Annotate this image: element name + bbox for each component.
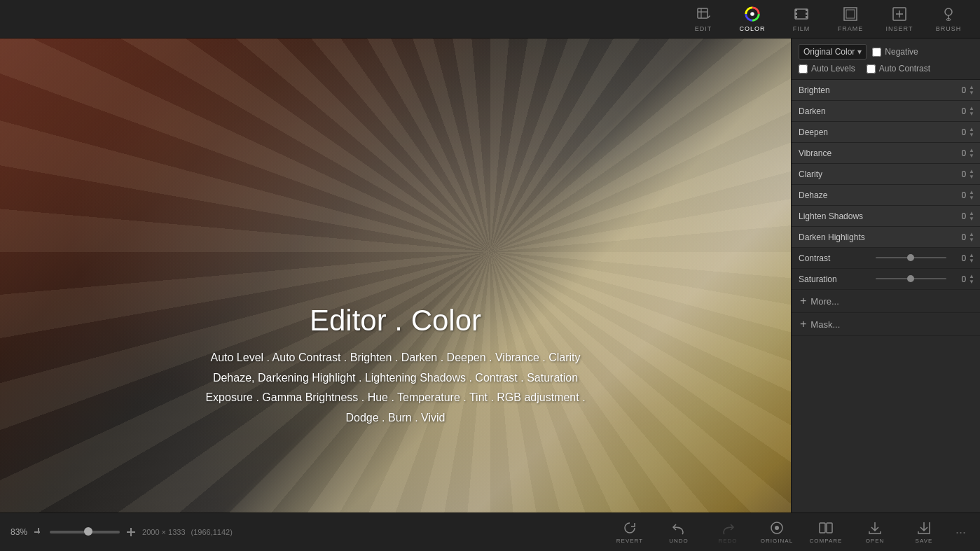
adj-spinner-vibrance[interactable]: ▲ ▼ [969, 148, 974, 159]
adj-spinner-saturation[interactable]: ▲ ▼ [969, 274, 974, 285]
adj-down-saturation[interactable]: ▼ [969, 279, 974, 285]
adj-value-deepen: 0 [952, 127, 966, 137]
saturation-slider-track [876, 278, 947, 279]
open-icon [867, 520, 883, 536]
tab-insert[interactable]: INSERT [875, 0, 924, 39]
adj-spinner-brighten[interactable]: ▲ ▼ [969, 85, 974, 96]
adj-down-darken[interactable]: ▼ [969, 111, 974, 117]
chevron-down-icon: ▾ [857, 47, 862, 57]
svg-rect-6 [795, 9, 797, 11]
revert-button[interactable]: REVERT [605, 513, 654, 552]
save-icon [916, 520, 932, 536]
contrast-slider[interactable] [876, 257, 947, 260]
adj-spinner-contrast[interactable]: ▲ ▼ [969, 253, 974, 264]
film-icon [793, 6, 810, 22]
auto-levels-checkbox[interactable]: Auto Levels [799, 64, 855, 74]
color-preset-dropdown[interactable]: Original Color ▾ [799, 44, 867, 60]
undo-label: UNDO [669, 538, 689, 544]
zoom-slider[interactable] [50, 531, 120, 533]
adj-label-brighten: Brighten [799, 85, 952, 95]
compare-icon [818, 520, 834, 536]
save-button[interactable]: SAVE [899, 513, 948, 552]
tab-insert-label: INSERT [886, 25, 913, 32]
more-label: More... [810, 296, 838, 307]
original-button[interactable]: ORIGINAL [752, 513, 801, 552]
image-canvas: Editor . Color Auto Level . Auto Contras… [0, 39, 791, 512]
svg-rect-27 [827, 523, 832, 533]
svg-rect-10 [806, 13, 808, 15]
right-panel: Original Color ▾ Negative Auto Levels Au… [791, 39, 980, 512]
tab-edit[interactable]: EDIT [679, 0, 728, 39]
original-icon [769, 520, 785, 536]
compare-button[interactable]: COMPARE [801, 513, 850, 552]
tab-frame[interactable]: FRAME [826, 0, 875, 39]
panel-row-preset: Original Color ▾ Negative [799, 44, 973, 60]
undo-button[interactable]: UNDO [654, 513, 703, 552]
adj-spinner-darken-highlights[interactable]: ▲ ▼ [969, 232, 974, 243]
image-overlay [0, 39, 791, 512]
adj-down-lighten-shadows[interactable]: ▼ [969, 216, 974, 222]
original-label: ORIGINAL [761, 538, 793, 544]
adj-label-clarity: Clarity [799, 169, 952, 179]
svg-rect-26 [820, 523, 825, 533]
svg-point-17 [945, 8, 952, 15]
auto-contrast-checkbox[interactable]: Auto Contrast [867, 64, 930, 74]
svg-rect-23 [130, 528, 132, 536]
panel-row-auto: Auto Levels Auto Contrast [799, 64, 973, 74]
svg-rect-21 [38, 528, 39, 533]
zoom-out-icon[interactable] [33, 526, 44, 538]
svg-rect-13 [846, 10, 855, 18]
adj-label-deepen: Deepen [799, 127, 952, 137]
adj-value-darken-highlights: 0 [952, 232, 966, 242]
adj-spinner-deepen[interactable]: ▲ ▼ [969, 127, 974, 138]
svg-point-4 [750, 12, 754, 16]
adj-spinner-darken[interactable]: ▲ ▼ [969, 106, 974, 117]
plus-icon-more: + [800, 295, 806, 307]
adj-row-vibrance: Vibrance 0 ▲ ▼ [792, 143, 980, 164]
adj-value-contrast: 0 [952, 253, 966, 263]
open-button[interactable]: OPEN [850, 513, 899, 552]
adj-row-darken-highlights: Darken Highlights 0 ▲ ▼ [792, 227, 980, 248]
adj-label-lighten-shadows: Lighten Shadows [799, 211, 952, 221]
adj-value-brighten: 0 [952, 85, 966, 95]
adj-value-lighten-shadows: 0 [952, 211, 966, 221]
brush-icon [940, 6, 957, 22]
redo-icon [720, 520, 736, 536]
adj-down-darken-highlights[interactable]: ▼ [969, 237, 974, 243]
compare-label: COMPARE [810, 538, 843, 544]
adj-down-contrast[interactable]: ▼ [969, 258, 974, 264]
adj-row-contrast: Contrast 0 ▲ ▼ [792, 248, 980, 269]
svg-point-25 [775, 526, 779, 530]
negative-check-input[interactable] [872, 48, 881, 57]
tab-brush[interactable]: BRUSH [924, 0, 973, 39]
adj-spinner-lighten-shadows[interactable]: ▲ ▼ [969, 211, 974, 222]
auto-levels-label: Auto Levels [811, 64, 855, 74]
adj-row-brighten: Brighten 0 ▲ ▼ [792, 80, 980, 101]
tab-film[interactable]: FILM [777, 0, 826, 39]
color-icon [744, 6, 761, 22]
auto-levels-input[interactable] [799, 64, 808, 74]
more-button[interactable]: + More... [792, 290, 980, 313]
adj-down-brighten[interactable]: ▼ [969, 90, 974, 96]
top-toolbar: EDIT COLOR FI [0, 0, 980, 39]
adj-spinner-dehaze[interactable]: ▲ ▼ [969, 190, 974, 201]
redo-button[interactable]: REDO [703, 513, 752, 552]
mask-button[interactable]: + Mask... [792, 313, 980, 336]
auto-contrast-input[interactable] [867, 64, 876, 74]
tab-edit-label: EDIT [695, 25, 712, 32]
negative-checkbox[interactable]: Negative [872, 47, 918, 57]
adj-down-dehaze[interactable]: ▼ [969, 195, 974, 201]
zoom-in-icon[interactable] [125, 526, 137, 538]
more-options-button[interactable]: ··· [948, 525, 973, 540]
zoom-slider-thumb [84, 527, 92, 536]
adj-down-vibrance[interactable]: ▼ [969, 153, 974, 159]
tab-frame-label: FRAME [838, 25, 864, 32]
tab-color[interactable]: COLOR [728, 0, 777, 39]
adj-value-darken: 0 [952, 106, 966, 116]
image-coords: (1966,1142) [191, 528, 233, 536]
saturation-slider[interactable] [876, 278, 947, 281]
adj-down-deepen[interactable]: ▼ [969, 132, 974, 138]
adj-spinner-clarity[interactable]: ▲ ▼ [969, 169, 974, 180]
adj-down-clarity[interactable]: ▼ [969, 174, 974, 180]
adj-value-saturation: 0 [952, 274, 966, 284]
